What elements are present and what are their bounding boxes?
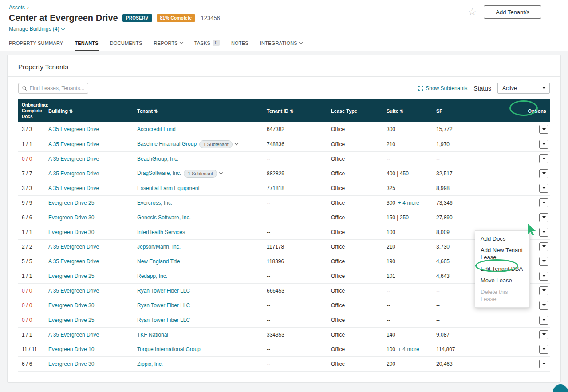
building-link[interactable]: Evergreen Drive 10 xyxy=(48,346,94,352)
row-options-button[interactable] xyxy=(539,140,548,149)
building-link[interactable]: A 35 Evergreen Drive xyxy=(48,244,99,250)
tab-item[interactable]: TASKS 0 xyxy=(194,35,220,51)
row-options-button[interactable] xyxy=(539,198,548,207)
chevron-down-icon xyxy=(61,26,65,30)
tenant-link[interactable]: DragSoftware, Inc. xyxy=(137,170,181,176)
row-options-button[interactable] xyxy=(539,330,548,339)
row-options-button[interactable] xyxy=(539,228,548,237)
row-options-button[interactable] xyxy=(539,154,548,163)
building-link[interactable]: A 35 Evergreen Drive xyxy=(48,141,99,147)
building-link[interactable]: A 35 Evergreen Drive xyxy=(48,258,99,265)
tab-item[interactable]: DOCUMENTS xyxy=(110,35,142,51)
row-options-button[interactable] xyxy=(539,125,548,134)
show-subtenants-link[interactable]: Show Subtenants xyxy=(418,85,467,91)
building-link[interactable]: Evergreen Drive 30 xyxy=(48,361,94,367)
chevron-down-icon[interactable] xyxy=(219,171,223,174)
tab-item[interactable]: PROPERTY SUMMARY xyxy=(9,35,63,51)
row-options-button[interactable] xyxy=(539,286,548,295)
sort-icon[interactable]: ⇅ xyxy=(154,109,158,114)
breadcrumb-assets-link[interactable]: Assets xyxy=(9,4,25,11)
menu-item[interactable]: Add New Tenant Lease xyxy=(475,245,529,263)
building-link[interactable]: A 35 Evergreen Drive xyxy=(48,126,99,132)
tenant-link[interactable]: Redapp, Inc. xyxy=(137,273,167,279)
tenant-link[interactable]: Ryan Tower Fiber LLC xyxy=(137,317,190,323)
tenant-link[interactable]: Jepson/Mann, Inc. xyxy=(137,244,181,250)
table-row: 0 / 0 A 35 Evergreen Drive Ryan Tower Fi… xyxy=(18,283,550,298)
add-tenant-button[interactable]: Add Tenant/s xyxy=(484,5,541,19)
building-link[interactable]: Evergreen Drive 25 xyxy=(48,273,94,279)
column-header[interactable]: Tenant⇅ xyxy=(134,99,263,122)
lease-type: Office xyxy=(331,244,345,250)
sort-icon[interactable]: ⇅ xyxy=(400,109,403,114)
tenant-link[interactable]: Zippix, Inc. xyxy=(137,361,163,367)
column-header-label: Options xyxy=(528,108,546,114)
row-options-button[interactable] xyxy=(539,184,548,193)
status-select[interactable]: Active xyxy=(497,83,550,94)
building-link[interactable]: Evergreen Drive 25 xyxy=(48,200,94,206)
building-link[interactable]: Evergreen Drive 30 xyxy=(48,302,94,309)
search-icon xyxy=(22,86,27,91)
tab-item[interactable]: REPORTS xyxy=(154,35,182,51)
tenant-link[interactable]: Ryan Tower Fiber LLC xyxy=(137,302,190,309)
menu-item[interactable]: Add Docs xyxy=(475,233,529,245)
building-link[interactable]: A 35 Evergreen Drive xyxy=(48,288,99,294)
chevron-down-icon[interactable] xyxy=(234,142,238,145)
suite-value: -- xyxy=(387,288,390,294)
table-row: 2 / 2 A 35 Evergreen Drive Jepson/Mann, … xyxy=(18,239,550,254)
suite-value: -- xyxy=(387,317,390,323)
tenant-link[interactable]: Ryan Tower Fiber LLC xyxy=(137,288,190,294)
row-options-button[interactable] xyxy=(539,360,548,368)
building-link[interactable]: Evergreen Drive 25 xyxy=(48,317,94,323)
status-selected-value: Active xyxy=(502,85,517,91)
tab-item[interactable]: TENANTS xyxy=(75,35,98,51)
column-header[interactable]: Tenant ID⇅ xyxy=(263,99,327,122)
search-input[interactable] xyxy=(30,85,84,91)
tenant-link[interactable]: InterHealth Services xyxy=(137,229,185,235)
tenant-link[interactable]: New England Title xyxy=(137,258,180,265)
menu-item[interactable]: Edit Tenant DBA xyxy=(475,263,529,275)
building-link[interactable]: Evergreen Drive 30 xyxy=(48,214,94,221)
tenant-link[interactable]: TKF National xyxy=(137,332,168,338)
column-header[interactable]: Onboarding: Complete Docs xyxy=(18,99,45,122)
menu-item[interactable]: Delete this Lease xyxy=(475,286,529,305)
tenant-link[interactable]: Evercross, Inc. xyxy=(137,200,172,206)
row-options-button[interactable] xyxy=(539,316,548,325)
suite-more-link[interactable]: + 4 more xyxy=(398,200,419,206)
building-link[interactable]: A 35 Evergreen Drive xyxy=(48,156,99,162)
row-options-button[interactable] xyxy=(539,301,548,310)
tab-item[interactable]: INTEGRATIONS xyxy=(260,35,302,51)
lease-type: Office xyxy=(331,156,345,162)
row-options-button[interactable] xyxy=(539,345,548,354)
row-options-button[interactable] xyxy=(539,242,548,251)
menu-item[interactable]: Move Lease xyxy=(475,275,529,286)
row-options-button[interactable] xyxy=(539,213,548,222)
column-header[interactable]: Options xyxy=(496,99,550,122)
suite-more-link[interactable]: + 4 more xyxy=(398,346,419,352)
column-header[interactable]: Building⇅ xyxy=(45,99,134,122)
tenant-link[interactable]: Baseline Financial Group xyxy=(137,141,197,147)
tenant-link[interactable]: Genesis Software, Inc. xyxy=(137,214,191,221)
favorite-star-icon[interactable]: ☆ xyxy=(468,7,477,17)
sort-icon[interactable]: ⇅ xyxy=(69,109,73,114)
tenant-link[interactable]: Accucredit Fund xyxy=(137,126,176,132)
row-options-button[interactable] xyxy=(539,169,548,178)
completion-badge: 81% Complete xyxy=(157,14,196,22)
column-header-label: SF xyxy=(436,108,442,114)
manage-buildings-link[interactable]: Manage Buildings (4) xyxy=(9,26,64,32)
building-link[interactable]: A 35 Evergreen Drive xyxy=(48,170,99,177)
column-header[interactable]: SF xyxy=(433,99,496,122)
menu-item-label: Move Lease xyxy=(481,277,512,284)
tenant-link[interactable]: Essential Farm Equipment xyxy=(137,185,200,191)
building-link[interactable]: Evergreen Drive 30 xyxy=(48,229,94,235)
column-header[interactable]: Lease Type xyxy=(327,99,383,122)
tenant-link[interactable]: Torque International Group xyxy=(137,346,201,352)
column-header[interactable]: Suite⇅ xyxy=(383,99,433,122)
row-options-button[interactable] xyxy=(539,272,548,281)
building-link[interactable]: A 35 Evergreen Drive xyxy=(48,185,99,191)
tab-item[interactable]: NOTES xyxy=(231,35,248,51)
row-options-button[interactable] xyxy=(539,257,548,266)
tenant-link[interactable]: BeachGroup, Inc. xyxy=(137,156,178,162)
sort-icon[interactable]: ⇅ xyxy=(290,109,293,114)
square-feet: 32,517 xyxy=(436,170,453,177)
building-link[interactable]: A 35 Evergreen Drive xyxy=(48,332,99,338)
